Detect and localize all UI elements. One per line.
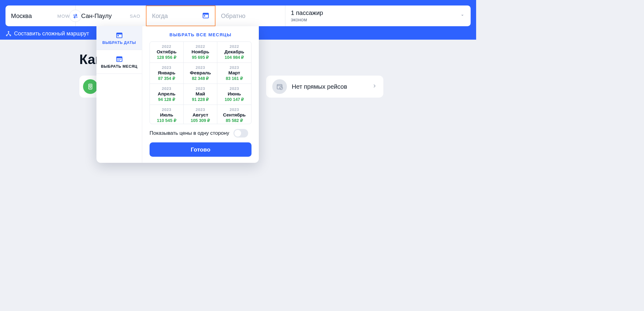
swap-button[interactable] (69, 10, 81, 22)
tab-select-month-label: ВЫБРАТЬ МЕСЯЦ (101, 64, 138, 69)
month-cell-year: 2023 (150, 107, 183, 112)
month-cell[interactable]: 2023Июнь100 147 ₽ (217, 84, 251, 105)
destination-city: Сан-Паулу (81, 13, 112, 20)
oneway-toggle-row: Показывать цены в одну сторону (150, 129, 251, 138)
month-cell[interactable]: 2022Декабрь104 984 ₽ (217, 42, 251, 63)
month-cell[interactable]: 2022Ноябрь95 695 ₽ (184, 42, 218, 63)
month-cell[interactable]: 2023Апрель94 128 ₽ (150, 84, 184, 105)
tab-select-dates[interactable]: ВЫБРАТЬ ДАТЫ (96, 26, 142, 50)
month-cell[interactable]: 2023Июль110 545 ₽ (150, 105, 184, 124)
date-picker-main: ВЫБРАТЬ ВСЕ МЕСЯЦЫ 2022Октябрь128 956 ₽2… (142, 26, 259, 163)
month-cell-name: Январь (150, 70, 183, 76)
calendar-day-icon (116, 31, 123, 39)
svg-rect-14 (117, 57, 122, 58)
calendar-icon (202, 12, 209, 20)
month-cell-price: 94 128 ₽ (150, 97, 183, 102)
month-cell-name: Апрель (150, 91, 183, 97)
month-cell-name: Февраль (184, 70, 217, 76)
month-cell-price: 85 582 ₽ (217, 118, 251, 123)
svg-rect-16 (119, 59, 120, 60)
month-cell-year: 2023 (217, 65, 251, 70)
month-cell-name: Март (217, 70, 251, 76)
svg-rect-18 (118, 60, 118, 61)
svg-rect-11 (117, 33, 122, 34)
passport-icon (83, 79, 98, 94)
svg-rect-15 (118, 59, 118, 60)
date-picker-popover: ВЫБРАТЬ ДАТЫ ВЫБРАТЬ МЕСЯЦ ВЫБРАТЬ ВСЕ М… (96, 26, 259, 163)
month-cell[interactable]: 2022Октябрь128 956 ₽ (150, 42, 184, 63)
month-cell-price: 87 354 ₽ (150, 76, 183, 81)
month-cell[interactable]: 2023Сентябрь85 582 ₽ (217, 105, 251, 124)
route-icon (5, 31, 12, 37)
complex-route-link[interactable]: Составить сложный маршрут (5, 30, 89, 37)
svg-rect-12 (118, 35, 119, 36)
month-cell-name: Сентябрь (217, 112, 251, 118)
month-cell-year: 2023 (184, 86, 217, 91)
month-cell-year: 2022 (184, 44, 217, 49)
month-cell-name: Декабрь (217, 49, 251, 55)
tab-select-month[interactable]: ВЫБРАТЬ МЕСЯЦ (96, 50, 142, 74)
svg-point-4 (6, 35, 7, 36)
month-cell-price: 110 545 ₽ (150, 118, 183, 123)
oneway-label: Показывать цены в одну сторону (150, 130, 229, 136)
svg-point-3 (8, 31, 9, 32)
oneway-toggle[interactable] (233, 129, 248, 138)
month-cell-price: 83 161 ₽ (217, 76, 251, 81)
svg-point-5 (10, 35, 11, 36)
month-cell-name: Июнь (217, 91, 251, 97)
month-cell-price: 95 695 ₽ (184, 55, 217, 60)
month-cell[interactable]: 2023Февраль82 348 ₽ (184, 63, 218, 84)
month-cell-year: 2022 (217, 44, 251, 49)
passengers-field[interactable]: 1 пассажир эконом (285, 5, 471, 26)
return-date-field[interactable]: Обратно (215, 5, 285, 26)
month-cell-price: 100 147 ₽ (217, 97, 251, 102)
calendar-month-icon (116, 55, 123, 63)
search-row: Москва MOW Сан-Паулу SAO Когда Обратно 1… (5, 5, 471, 26)
no-direct-label: Нет прямых рейсов (292, 83, 347, 90)
svg-point-7 (89, 85, 91, 87)
depart-date-field[interactable]: Когда (146, 5, 215, 26)
month-cell-name: Июль (150, 112, 183, 118)
origin-code: MOW (57, 13, 70, 19)
origin-city: Москва (11, 13, 32, 20)
swap-icon (72, 13, 78, 19)
month-cell-price: 104 984 ₽ (217, 55, 251, 60)
month-cell-price: 128 956 ₽ (150, 55, 183, 60)
done-button-label: Готово (191, 146, 211, 153)
passenger-class: эконом (291, 17, 323, 23)
select-all-months[interactable]: ВЫБРАТЬ ВСЕ МЕСЯЦЫ (150, 32, 251, 37)
month-cell[interactable]: 2023Май91 228 ₽ (184, 84, 218, 105)
month-cell-year: 2023 (217, 107, 251, 112)
month-cell-price: 105 309 ₽ (184, 118, 217, 123)
chevron-right-icon (372, 83, 377, 90)
destination-field[interactable]: Сан-Паулу SAO (76, 5, 146, 26)
svg-rect-17 (120, 59, 121, 60)
chevron-down-icon (460, 13, 465, 19)
tab-select-dates-label: ВЫБРАТЬ ДАТЫ (102, 41, 136, 45)
month-cell[interactable]: 2023Август105 309 ₽ (184, 105, 218, 124)
month-cell-year: 2023 (184, 107, 217, 112)
month-cell-name: Август (184, 112, 217, 118)
month-cell-year: 2022 (150, 44, 183, 49)
month-cell-year: 2023 (184, 65, 217, 70)
svg-rect-2 (204, 15, 205, 16)
date-picker-sidebar: ВЫБРАТЬ ДАТЫ ВЫБРАТЬ МЕСЯЦ (96, 26, 142, 163)
done-button[interactable]: Готово (150, 142, 251, 157)
month-cell[interactable]: 2023Январь87 354 ₽ (150, 63, 184, 84)
svg-rect-1 (203, 13, 208, 15)
return-placeholder: Обратно (221, 13, 245, 20)
svg-rect-19 (119, 60, 120, 61)
month-grid: 2022Октябрь128 956 ₽2022Ноябрь95 695 ₽20… (150, 41, 251, 124)
passenger-count: 1 пассажир (291, 9, 323, 16)
month-cell-year: 2023 (217, 86, 251, 91)
no-direct-flights-card[interactable]: Нет прямых рейсов (266, 76, 383, 98)
complex-route-label: Составить сложный маршрут (14, 30, 89, 37)
month-cell-year: 2023 (150, 86, 183, 91)
month-cell-year: 2023 (150, 65, 183, 70)
calendar-strike-icon (272, 79, 287, 94)
origin-field[interactable]: Москва MOW (5, 5, 76, 26)
depart-placeholder: Когда (152, 13, 168, 20)
month-cell-name: Октябрь (150, 49, 183, 55)
month-cell-name: Май (184, 91, 217, 97)
month-cell[interactable]: 2023Март83 161 ₽ (217, 63, 251, 84)
